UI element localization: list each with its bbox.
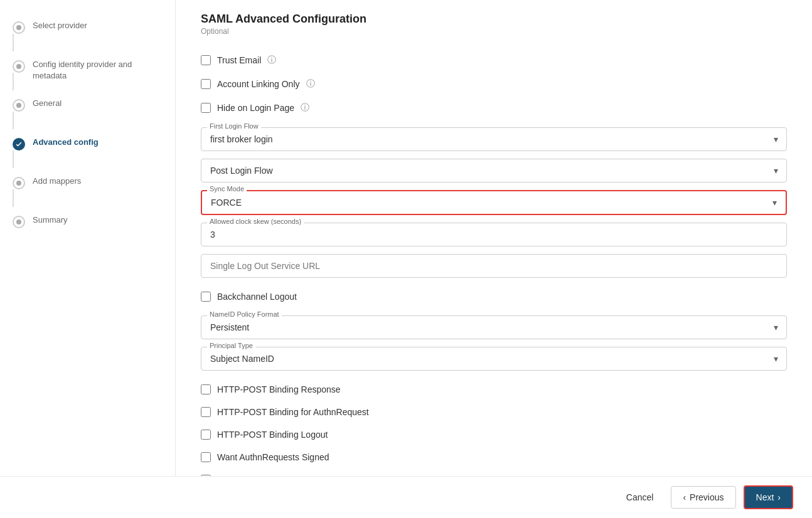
account-linking-checkbox[interactable] [201,79,211,89]
step-circle-advanced-config [13,138,25,151]
cancel-button[interactable]: Cancel [616,487,664,507]
first-login-flow-select[interactable]: first broker login browser direct grant [201,127,787,151]
sidebar-label-general: General [33,98,61,109]
http-post-logout-row: HTTP-POST Binding Logout [201,423,787,446]
chevron-right-icon: › [777,492,781,502]
backchannel-logout-label: Backchannel Logout [217,292,297,302]
sidebar: Select provider Config identity provider… [0,0,176,476]
http-post-response-row: HTTP-POST Binding Response [201,378,787,401]
sidebar-label-summary: Summary [33,214,68,226]
hide-login-info-icon: ⓘ [301,102,309,114]
sidebar-item-general[interactable]: General [0,98,175,137]
sync-mode-group: Sync Mode INHERIT LEGACY FORCE [201,190,787,215]
first-login-flow-label: First Login Flow [207,122,261,130]
http-post-response-checkbox[interactable] [201,384,211,394]
trust-email-info-icon: ⓘ [267,55,276,66]
http-post-authn-label: HTTP-POST Binding for AuthnRequest [217,407,369,417]
sidebar-label-add-mappers: Add mappers [33,176,81,187]
account-linking-row: Account Linking Only ⓘ [201,72,787,96]
trust-email-label: Trust Email [217,55,261,65]
sync-mode-select-wrapper: INHERIT LEGACY FORCE [201,190,787,215]
post-login-flow-group: Post Login Flow browser [201,159,787,182]
chevron-left-icon: ‹ [683,492,686,502]
trust-email-checkbox[interactable] [201,55,211,65]
clock-skew-label: Allowed clock skew (seconds) [207,218,304,225]
step-circle-select-provider [13,21,25,34]
step-circle-config-identity [13,60,25,73]
step-circle-add-mappers [13,177,25,189]
sidebar-label-select-provider: Select provider [33,20,87,31]
single-logout-input[interactable] [201,254,787,278]
sidebar-label-config-identity: Config identity provider and metadata [33,59,163,82]
sidebar-item-config-identity[interactable]: Config identity provider and metadata [0,59,175,98]
page-container: Select provider Config identity provider… [0,0,812,518]
hide-login-row: Hide on Login Page ⓘ [201,96,787,120]
sidebar-label-advanced-config: Advanced config [33,137,99,148]
account-linking-info-icon: ⓘ [306,78,315,90]
first-login-flow-group: First Login Flow first broker login brow… [201,127,787,151]
principal-type-group: Principal Type Subject NameID Attribute … [201,347,787,371]
previous-label: Previous [690,492,724,502]
principal-type-select-wrapper: Subject NameID Attribute [Name] Attribut… [201,347,787,371]
backchannel-logout-checkbox[interactable] [201,292,211,302]
http-post-logout-label: HTTP-POST Binding Logout [217,430,328,440]
right-panel: SAML Advanced Configuration Optional Tru… [176,0,812,476]
principal-type-select[interactable]: Subject NameID Attribute [Name] Attribut… [201,347,787,371]
clock-skew-input[interactable] [201,223,787,246]
section-title: SAML Advanced Configuration [201,13,787,26]
http-post-authn-checkbox[interactable] [201,407,211,417]
sidebar-item-select-provider[interactable]: Select provider [0,13,175,59]
nameid-policy-label: NameID Policy Format [207,310,282,318]
http-post-logout-checkbox[interactable] [201,430,211,440]
hide-login-label: Hide on Login Page [217,103,294,113]
next-button[interactable]: Next › [744,485,793,509]
main-content: Select provider Config identity provider… [0,0,812,476]
hide-login-checkbox[interactable] [201,103,211,113]
clock-skew-group: Allowed clock skew (seconds) [201,223,787,246]
nameid-policy-group: NameID Policy Format Persistent Transien… [201,315,787,339]
sidebar-item-advanced-config[interactable]: Advanced config [0,137,175,176]
step-circle-summary [13,216,25,228]
nameid-policy-select[interactable]: Persistent Transient Email Kerberos [201,315,787,339]
want-authn-signed-row: Want AuthnRequests Signed [201,446,787,468]
http-post-response-label: HTTP-POST Binding Response [217,384,341,394]
principal-type-label: Principal Type [207,342,255,349]
backchannel-logout-row: Backchannel Logout [201,285,787,308]
sync-mode-select[interactable]: INHERIT LEGACY FORCE [202,191,786,214]
sidebar-item-summary[interactable]: Summary [0,214,175,236]
single-logout-group [201,254,787,278]
trust-email-row: Trust Email ⓘ [201,48,787,72]
step-circle-general [13,99,25,112]
want-authn-signed-checkbox[interactable] [201,452,211,462]
post-login-flow-select-wrapper: Post Login Flow browser [201,159,787,182]
http-post-authn-row: HTTP-POST Binding for AuthnRequest [201,401,787,423]
sidebar-item-add-mappers[interactable]: Add mappers [0,176,175,214]
footer: Cancel ‹ Previous Next › [0,476,812,518]
sync-mode-label: Sync Mode [207,185,247,193]
next-label: Next [756,492,774,502]
account-linking-label: Account Linking Only [217,79,300,89]
want-assertions-signed-row: Want Assertions Signed [201,468,787,476]
section-subtitle: Optional [201,27,787,36]
nameid-policy-select-wrapper: Persistent Transient Email Kerberos [201,315,787,339]
first-login-flow-select-wrapper: first broker login browser direct grant [201,127,787,151]
post-login-flow-select[interactable]: Post Login Flow browser [201,159,787,182]
want-authn-signed-label: Want AuthnRequests Signed [217,452,329,462]
previous-button[interactable]: ‹ Previous [671,486,735,509]
